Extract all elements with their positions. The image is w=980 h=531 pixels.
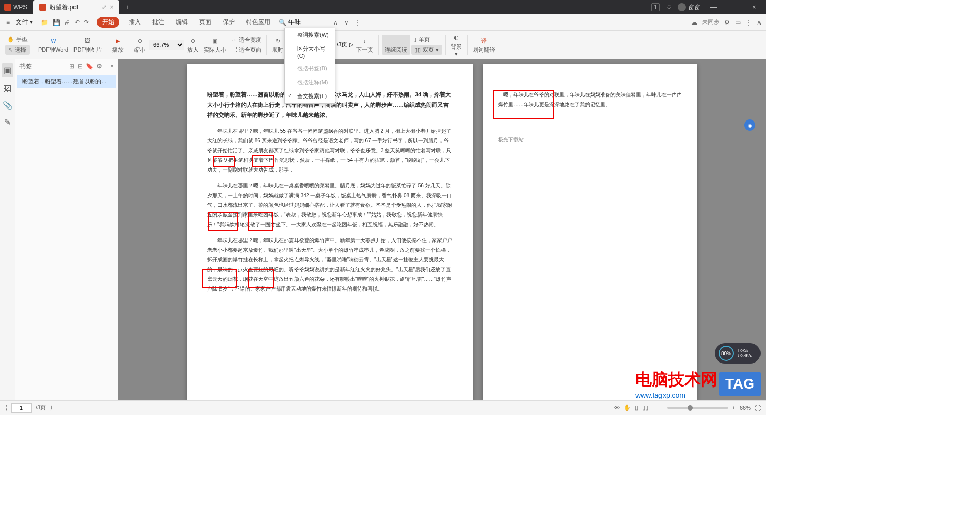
open-icon[interactable]: 📁: [41, 19, 48, 26]
single-page[interactable]: ▯单页: [411, 35, 442, 44]
zoom-out[interactable]: ⊖缩小: [132, 36, 148, 54]
fit-width[interactable]: ↔适合宽度: [229, 36, 263, 44]
bookmark-options-icon[interactable]: ⚙: [96, 63, 102, 70]
tab-edit[interactable]: 编辑: [174, 17, 190, 28]
close-button[interactable]: ×: [747, 4, 762, 11]
redo-icon[interactable]: ↷: [84, 19, 89, 26]
page-1: 盼望着，盼望着……翘首以盼的新年近了。街市上车水马龙，人山人海，好不热闹。34 …: [187, 64, 473, 400]
minimize-button[interactable]: —: [706, 4, 721, 11]
pdf-to-word[interactable]: WPDF转Word: [36, 36, 70, 54]
file-menu[interactable]: 文件 ▾: [12, 17, 37, 28]
zoom-select[interactable]: 66.7%: [149, 40, 184, 50]
tab-special[interactable]: 特色应用: [244, 17, 273, 28]
signature-icon[interactable]: ✎: [4, 117, 11, 127]
tab-start[interactable]: 开始: [97, 17, 119, 28]
zoom-in[interactable]: ⊕放大: [185, 36, 201, 54]
performance-widget[interactable]: 80% ↑ 0K/s ↓ 0.4K/s: [715, 343, 761, 364]
float-assist-icon[interactable]: ◉: [744, 119, 755, 131]
document-tab[interactable]: 盼望着.pdf ⤢ ×: [33, 0, 119, 14]
hamburger-icon[interactable]: ≡: [4, 19, 12, 26]
user-avatar[interactable]: 窗窗: [678, 3, 700, 12]
close-panel-icon[interactable]: ×: [110, 63, 114, 70]
status-next-icon[interactable]: ⟩: [50, 404, 52, 411]
status-page-input[interactable]: [11, 403, 32, 413]
view-continuous-icon[interactable]: ≡: [652, 405, 655, 411]
tab-close-icon[interactable]: ×: [110, 4, 113, 11]
save-icon[interactable]: 💾: [53, 19, 60, 26]
next-page-icon[interactable]: ▷: [349, 41, 353, 48]
download-speed: ↓ 0.4K/s: [737, 353, 752, 358]
title-bar: WPS 盼望着.pdf ⤢ × + 1 ♡ 窗窗 — □ ×: [0, 0, 766, 14]
search-input[interactable]: [288, 19, 329, 26]
eye-icon[interactable]: 👁: [614, 405, 620, 411]
tab-page[interactable]: 页面: [197, 17, 213, 28]
hand-status-icon[interactable]: ✋: [624, 404, 631, 411]
view-single-icon[interactable]: ▯: [635, 404, 638, 411]
continuous-read[interactable]: ≡连续阅读: [382, 35, 410, 55]
hand-tool[interactable]: ✋手型: [5, 35, 30, 44]
bookmark-tab-icon[interactable]: ▣: [2, 63, 13, 77]
document-viewport[interactable]: 盼望着，盼望着……翘首以盼的新年近了。街市上车水马龙，人山人海，好不热闹。34 …: [118, 59, 766, 400]
feedback-icon[interactable]: ▭: [735, 19, 741, 26]
fit-page[interactable]: ⛶适合页面: [229, 45, 263, 54]
next-page[interactable]: ↓下一页: [354, 36, 375, 54]
add-bookmark-icon[interactable]: 🔖: [86, 63, 93, 70]
select-tool[interactable]: ↖选择: [5, 45, 30, 55]
zoom-out-status[interactable]: −: [659, 405, 663, 411]
para-2: 年味儿在哪里？嗯，年味儿 55 在爷爷一幅幅笔墨飘香的对联里。进入腊 2 月，街…: [207, 126, 452, 175]
more-icon[interactable]: ⋮: [746, 19, 752, 26]
print-icon[interactable]: 🖨: [64, 19, 70, 26]
translate[interactable]: 译划词翻译: [471, 36, 497, 54]
down-icon: ↓: [360, 36, 370, 46]
cloud-sync-icon[interactable]: ☁: [691, 19, 697, 26]
new-tab-button[interactable]: +: [119, 4, 135, 11]
maximize-button[interactable]: □: [727, 4, 741, 11]
gear-icon[interactable]: ⚙: [724, 19, 730, 26]
collapse-icon[interactable]: ⊟: [78, 63, 83, 70]
tab-insert[interactable]: 插入: [127, 17, 143, 28]
fullscreen-icon[interactable]: ⛶: [755, 405, 761, 411]
zoom-slider[interactable]: [667, 407, 728, 409]
cw-icon: ↻: [273, 36, 283, 46]
rotate-cw[interactable]: ↻顺时: [270, 36, 285, 54]
search-next[interactable]: ∨: [342, 19, 351, 26]
play-icon: ▶: [113, 36, 123, 46]
zoom-thumb[interactable]: [688, 405, 693, 411]
watermark-tag: TAG: [719, 372, 761, 396]
status-prev-icon[interactable]: ⟨: [5, 404, 7, 411]
collapse-ribbon-icon[interactable]: ∧: [757, 19, 762, 26]
tab-protect[interactable]: 保护: [220, 17, 237, 28]
double-page[interactable]: ▯▯双页 ▾: [411, 45, 442, 55]
search-icon[interactable]: 🔍: [279, 19, 286, 26]
option-whole-word[interactable]: 整词搜索(W): [285, 28, 335, 42]
tab-comment[interactable]: 批注: [150, 17, 166, 28]
thumbnail-icon[interactable]: 🖼: [4, 84, 12, 93]
play-button[interactable]: ▶播放: [110, 36, 126, 54]
search-options[interactable]: ⋮: [353, 19, 363, 26]
para-4: 年味儿在哪里？嗯，年味儿在那震耳欲聋的爆竹声中。新年第一天零点开始，人们便按捺不…: [207, 235, 452, 294]
page-total: /3页: [337, 41, 347, 49]
perf-percent: 80%: [719, 346, 734, 361]
pdf-to-image[interactable]: 🖼PDF转图片: [71, 36, 104, 54]
attachment-icon[interactable]: 📎: [3, 101, 13, 110]
app-logo: WPS: [0, 4, 31, 11]
expand-icon[interactable]: ⊞: [69, 63, 75, 70]
tab-pin-icon[interactable]: ⤢: [102, 4, 107, 11]
actual-size[interactable]: ▣实际大小: [202, 36, 228, 54]
view-double-icon[interactable]: ▯▯: [642, 404, 648, 411]
badge-count[interactable]: 1: [651, 3, 660, 11]
translate-icon: 译: [479, 36, 489, 46]
watermark-url: www.tagxp.com: [635, 391, 717, 399]
status-page-total: /3页: [36, 404, 46, 412]
background[interactable]: ◐背景 ▾: [449, 33, 464, 57]
bookmark-title: 书签: [19, 62, 32, 71]
sidebar-rail: ▣ 🖼 📎 ✎: [0, 59, 15, 400]
undo-icon[interactable]: ↶: [75, 19, 80, 26]
gift-icon[interactable]: ♡: [666, 4, 672, 11]
search-prev[interactable]: ∧: [331, 19, 340, 26]
page2-text: 嗯，年味儿在爷爷的对联里，年味儿在妈妈准备的美味佳肴里，年味儿在一声声爆竹里………: [498, 90, 682, 109]
zoom-in-status[interactable]: +: [732, 405, 736, 411]
option-fulltext[interactable]: ✓全文搜索(F): [285, 89, 335, 103]
option-case[interactable]: 区分大小写(C): [285, 42, 335, 62]
bookmark-item[interactable]: 盼望着，盼望着……翘首以盼的新年近了...: [17, 75, 116, 88]
